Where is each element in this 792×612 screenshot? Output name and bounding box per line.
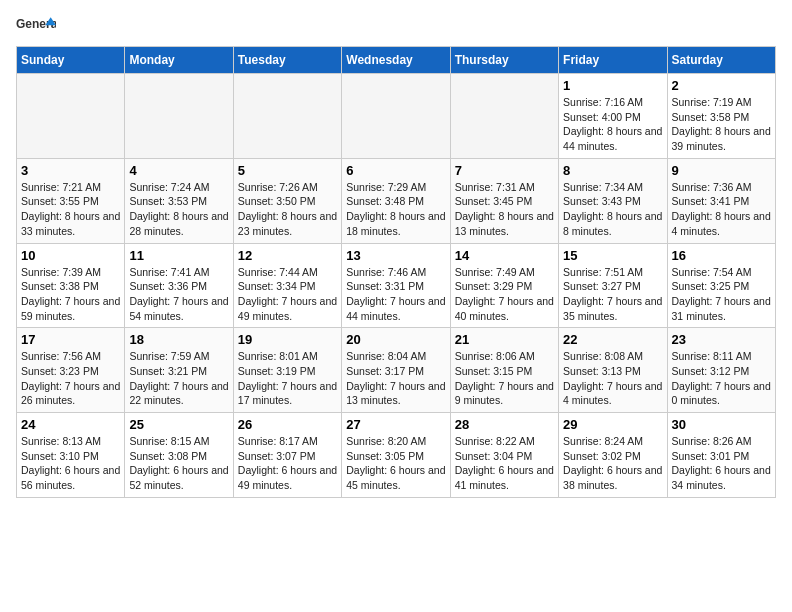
day-info: Sunrise: 8:11 AMSunset: 3:12 PMDaylight:… xyxy=(672,349,771,408)
calendar-cell: 27Sunrise: 8:20 AMSunset: 3:05 PMDayligh… xyxy=(342,413,450,498)
calendar-cell: 28Sunrise: 8:22 AMSunset: 3:04 PMDayligh… xyxy=(450,413,558,498)
day-number: 23 xyxy=(672,332,771,347)
calendar-cell: 14Sunrise: 7:49 AMSunset: 3:29 PMDayligh… xyxy=(450,243,558,328)
calendar-week-2: 3Sunrise: 7:21 AMSunset: 3:55 PMDaylight… xyxy=(17,158,776,243)
calendar-cell: 12Sunrise: 7:44 AMSunset: 3:34 PMDayligh… xyxy=(233,243,341,328)
day-info: Sunrise: 8:22 AMSunset: 3:04 PMDaylight:… xyxy=(455,434,554,493)
calendar-cell: 13Sunrise: 7:46 AMSunset: 3:31 PMDayligh… xyxy=(342,243,450,328)
calendar-cell: 6Sunrise: 7:29 AMSunset: 3:48 PMDaylight… xyxy=(342,158,450,243)
day-number: 2 xyxy=(672,78,771,93)
calendar-cell: 3Sunrise: 7:21 AMSunset: 3:55 PMDaylight… xyxy=(17,158,125,243)
day-number: 24 xyxy=(21,417,120,432)
day-number: 16 xyxy=(672,248,771,263)
calendar-cell: 16Sunrise: 7:54 AMSunset: 3:25 PMDayligh… xyxy=(667,243,775,328)
calendar-cell: 10Sunrise: 7:39 AMSunset: 3:38 PMDayligh… xyxy=(17,243,125,328)
logo-icon: General xyxy=(16,16,56,36)
day-info: Sunrise: 7:39 AMSunset: 3:38 PMDaylight:… xyxy=(21,265,120,324)
weekday-header-monday: Monday xyxy=(125,47,233,74)
day-number: 5 xyxy=(238,163,337,178)
calendar-week-3: 10Sunrise: 7:39 AMSunset: 3:38 PMDayligh… xyxy=(17,243,776,328)
calendar-cell xyxy=(125,74,233,159)
calendar-cell: 26Sunrise: 8:17 AMSunset: 3:07 PMDayligh… xyxy=(233,413,341,498)
calendar-cell: 19Sunrise: 8:01 AMSunset: 3:19 PMDayligh… xyxy=(233,328,341,413)
day-number: 15 xyxy=(563,248,662,263)
day-info: Sunrise: 7:49 AMSunset: 3:29 PMDaylight:… xyxy=(455,265,554,324)
calendar-cell: 21Sunrise: 8:06 AMSunset: 3:15 PMDayligh… xyxy=(450,328,558,413)
day-info: Sunrise: 7:59 AMSunset: 3:21 PMDaylight:… xyxy=(129,349,228,408)
day-info: Sunrise: 8:06 AMSunset: 3:15 PMDaylight:… xyxy=(455,349,554,408)
day-number: 9 xyxy=(672,163,771,178)
weekday-header-wednesday: Wednesday xyxy=(342,47,450,74)
calendar-cell: 24Sunrise: 8:13 AMSunset: 3:10 PMDayligh… xyxy=(17,413,125,498)
day-info: Sunrise: 8:24 AMSunset: 3:02 PMDaylight:… xyxy=(563,434,662,493)
calendar-cell: 11Sunrise: 7:41 AMSunset: 3:36 PMDayligh… xyxy=(125,243,233,328)
day-number: 21 xyxy=(455,332,554,347)
day-info: Sunrise: 8:08 AMSunset: 3:13 PMDaylight:… xyxy=(563,349,662,408)
weekday-header-sunday: Sunday xyxy=(17,47,125,74)
day-info: Sunrise: 7:46 AMSunset: 3:31 PMDaylight:… xyxy=(346,265,445,324)
calendar-cell: 23Sunrise: 8:11 AMSunset: 3:12 PMDayligh… xyxy=(667,328,775,413)
calendar-cell xyxy=(342,74,450,159)
calendar-cell: 18Sunrise: 7:59 AMSunset: 3:21 PMDayligh… xyxy=(125,328,233,413)
calendar-cell: 25Sunrise: 8:15 AMSunset: 3:08 PMDayligh… xyxy=(125,413,233,498)
calendar-cell: 8Sunrise: 7:34 AMSunset: 3:43 PMDaylight… xyxy=(559,158,667,243)
day-number: 12 xyxy=(238,248,337,263)
calendar-cell: 1Sunrise: 7:16 AMSunset: 4:00 PMDaylight… xyxy=(559,74,667,159)
day-info: Sunrise: 7:34 AMSunset: 3:43 PMDaylight:… xyxy=(563,180,662,239)
day-info: Sunrise: 7:51 AMSunset: 3:27 PMDaylight:… xyxy=(563,265,662,324)
calendar-cell xyxy=(450,74,558,159)
day-info: Sunrise: 7:29 AMSunset: 3:48 PMDaylight:… xyxy=(346,180,445,239)
calendar-cell: 2Sunrise: 7:19 AMSunset: 3:58 PMDaylight… xyxy=(667,74,775,159)
day-number: 29 xyxy=(563,417,662,432)
day-number: 3 xyxy=(21,163,120,178)
day-number: 1 xyxy=(563,78,662,93)
day-info: Sunrise: 7:26 AMSunset: 3:50 PMDaylight:… xyxy=(238,180,337,239)
day-info: Sunrise: 7:54 AMSunset: 3:25 PMDaylight:… xyxy=(672,265,771,324)
day-number: 22 xyxy=(563,332,662,347)
day-number: 17 xyxy=(21,332,120,347)
calendar-cell: 29Sunrise: 8:24 AMSunset: 3:02 PMDayligh… xyxy=(559,413,667,498)
weekday-header-tuesday: Tuesday xyxy=(233,47,341,74)
day-number: 27 xyxy=(346,417,445,432)
day-number: 10 xyxy=(21,248,120,263)
calendar-body: 1Sunrise: 7:16 AMSunset: 4:00 PMDaylight… xyxy=(17,74,776,498)
calendar-table: SundayMondayTuesdayWednesdayThursdayFrid… xyxy=(16,46,776,498)
day-number: 7 xyxy=(455,163,554,178)
day-number: 30 xyxy=(672,417,771,432)
day-number: 6 xyxy=(346,163,445,178)
day-number: 13 xyxy=(346,248,445,263)
calendar-week-5: 24Sunrise: 8:13 AMSunset: 3:10 PMDayligh… xyxy=(17,413,776,498)
calendar-cell: 15Sunrise: 7:51 AMSunset: 3:27 PMDayligh… xyxy=(559,243,667,328)
day-number: 26 xyxy=(238,417,337,432)
calendar-cell: 30Sunrise: 8:26 AMSunset: 3:01 PMDayligh… xyxy=(667,413,775,498)
day-info: Sunrise: 8:13 AMSunset: 3:10 PMDaylight:… xyxy=(21,434,120,493)
day-info: Sunrise: 8:15 AMSunset: 3:08 PMDaylight:… xyxy=(129,434,228,493)
day-number: 11 xyxy=(129,248,228,263)
calendar-cell: 4Sunrise: 7:24 AMSunset: 3:53 PMDaylight… xyxy=(125,158,233,243)
calendar-cell: 20Sunrise: 8:04 AMSunset: 3:17 PMDayligh… xyxy=(342,328,450,413)
weekday-header-friday: Friday xyxy=(559,47,667,74)
day-number: 8 xyxy=(563,163,662,178)
weekday-header-row: SundayMondayTuesdayWednesdayThursdayFrid… xyxy=(17,47,776,74)
calendar-cell: 5Sunrise: 7:26 AMSunset: 3:50 PMDaylight… xyxy=(233,158,341,243)
day-number: 28 xyxy=(455,417,554,432)
day-info: Sunrise: 7:31 AMSunset: 3:45 PMDaylight:… xyxy=(455,180,554,239)
day-info: Sunrise: 8:17 AMSunset: 3:07 PMDaylight:… xyxy=(238,434,337,493)
day-info: Sunrise: 7:41 AMSunset: 3:36 PMDaylight:… xyxy=(129,265,228,324)
day-number: 4 xyxy=(129,163,228,178)
day-info: Sunrise: 7:19 AMSunset: 3:58 PMDaylight:… xyxy=(672,95,771,154)
day-info: Sunrise: 7:24 AMSunset: 3:53 PMDaylight:… xyxy=(129,180,228,239)
calendar-cell xyxy=(233,74,341,159)
day-info: Sunrise: 7:44 AMSunset: 3:34 PMDaylight:… xyxy=(238,265,337,324)
day-info: Sunrise: 8:04 AMSunset: 3:17 PMDaylight:… xyxy=(346,349,445,408)
day-info: Sunrise: 8:01 AMSunset: 3:19 PMDaylight:… xyxy=(238,349,337,408)
day-number: 18 xyxy=(129,332,228,347)
calendar-cell: 17Sunrise: 7:56 AMSunset: 3:23 PMDayligh… xyxy=(17,328,125,413)
calendar-week-1: 1Sunrise: 7:16 AMSunset: 4:00 PMDaylight… xyxy=(17,74,776,159)
day-number: 25 xyxy=(129,417,228,432)
calendar-cell: 7Sunrise: 7:31 AMSunset: 3:45 PMDaylight… xyxy=(450,158,558,243)
page-header: General xyxy=(16,16,776,38)
day-number: 19 xyxy=(238,332,337,347)
logo: General xyxy=(16,16,56,38)
day-info: Sunrise: 7:56 AMSunset: 3:23 PMDaylight:… xyxy=(21,349,120,408)
